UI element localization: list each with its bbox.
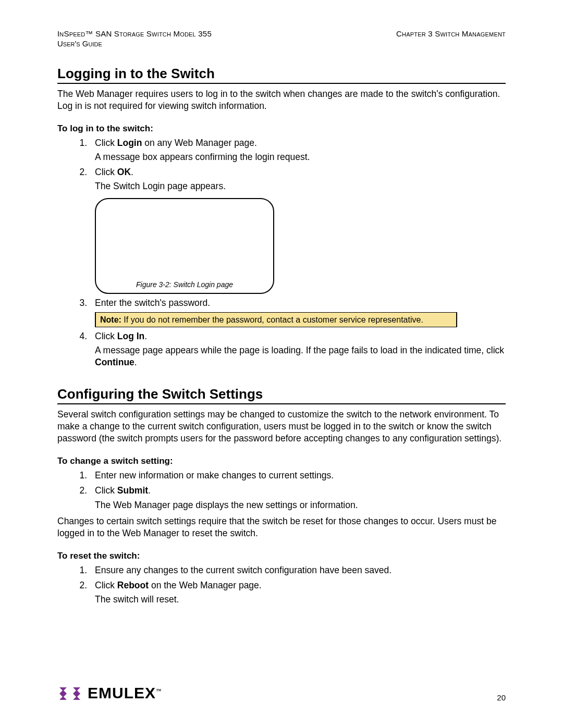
step-bold: Log In [117, 331, 144, 341]
section2-para2: Changes to certain switch settings requi… [57, 515, 506, 539]
step-text: Enter the switch's password. [95, 298, 210, 308]
figure-caption: Figure 3-2: Switch Login page [96, 280, 273, 289]
step-text: . [144, 331, 147, 341]
login-step-1: Click Login on any Web Manager page. A m… [90, 137, 506, 163]
section2-subhead-change: To change a switch setting: [57, 456, 506, 466]
step-text: on the Web Manager page. [149, 580, 262, 590]
brand-name: EMULEX™ [88, 684, 162, 702]
step-text: Click [95, 485, 117, 496]
header-subtitle: User's Guide [57, 39, 506, 48]
step-text: Enter new information or make changes to… [95, 470, 334, 480]
section2-subhead-reset: To reset the switch: [57, 551, 506, 561]
change-step-2: Click Submit. The Web Manager page displ… [90, 485, 506, 511]
note-box: Note: If you do not remember the passwor… [95, 312, 457, 327]
change-setting-steps: Enter new information or make changes to… [57, 470, 506, 511]
login-step-2: Click OK. The Switch Login page appears.… [90, 166, 506, 293]
reset-step-1: Ensure any changes to the current switch… [90, 564, 506, 576]
note-text: If you do not remember the password, con… [121, 315, 423, 324]
emulex-mark-icon [57, 684, 82, 702]
page-number: 20 [497, 693, 506, 702]
step-bold: Login [117, 138, 142, 148]
login-step-3: Enter the switch's password. Note: If yo… [90, 297, 506, 327]
step-text: Ensure any changes to the current switch… [95, 565, 391, 575]
step-text: Click [95, 331, 117, 341]
step-bold: Continue [95, 357, 134, 367]
login-step-4: Click Log In. A message page appears whi… [90, 330, 506, 368]
step-continuation: A message page appears while the page is… [95, 344, 506, 368]
brand-text: EMULEX [88, 684, 156, 701]
brand-logo: EMULEX™ [57, 684, 162, 702]
step-continuation: A message box appears confirming the log… [95, 151, 506, 163]
trademark-symbol: ™ [156, 688, 162, 694]
note-label: Note: [100, 315, 121, 324]
reset-step-2: Click Reboot on the Web Manager page. Th… [90, 579, 506, 606]
step-text: . [134, 357, 137, 367]
login-steps-list: Click Login on any Web Manager page. A m… [57, 137, 506, 368]
step-bold: Submit [117, 485, 148, 496]
step-text: Click [95, 580, 117, 590]
reset-switch-steps: Ensure any changes to the current switch… [57, 564, 506, 606]
step-text: Click [95, 138, 117, 148]
section1-intro: The Web Manager requires users to log in… [57, 88, 506, 112]
section-heading-configuring: Configuring the Switch Settings [57, 386, 506, 404]
section2-intro: Several switch configuration settings ma… [57, 409, 506, 445]
header-chapter: Chapter 3 Switch Management [396, 29, 506, 38]
section1-subhead: To log in to the switch: [57, 124, 506, 134]
section-heading-logging-in: Logging in to the Switch [57, 66, 506, 84]
step-text: on any Web Manager page. [142, 138, 257, 148]
step-continuation: The Web Manager page displays the new se… [95, 499, 506, 511]
step-text: . [148, 485, 151, 496]
step-bold: Reboot [117, 580, 149, 590]
figure-switch-login: Figure 3-2: Switch Login page [95, 198, 274, 294]
document-page: InSpeed™ SAN Storage Switch Model 355 Ch… [0, 0, 563, 728]
change-step-1: Enter new information or make changes to… [90, 470, 506, 482]
step-text: A message page appears while the page is… [95, 345, 504, 355]
step-text: Click [95, 167, 117, 177]
page-footer: EMULEX™ 20 [57, 684, 506, 702]
header-product: InSpeed™ SAN Storage Switch Model 355 [57, 29, 212, 38]
step-continuation: The switch will reset. [95, 594, 506, 606]
step-continuation: The Switch Login page appears. [95, 180, 506, 192]
running-header: InSpeed™ SAN Storage Switch Model 355 Ch… [57, 29, 506, 38]
step-bold: OK [117, 167, 131, 177]
step-text: . [131, 167, 133, 177]
